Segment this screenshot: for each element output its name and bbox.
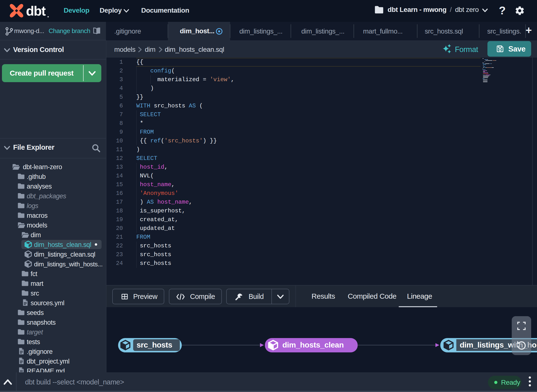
- svg-text:dbt: dbt: [26, 3, 46, 18]
